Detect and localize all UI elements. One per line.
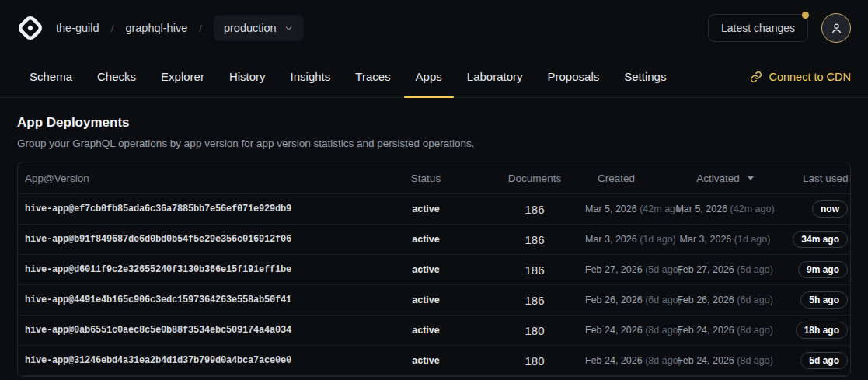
last-used-cell: 5d ago: [803, 352, 850, 369]
table-row[interactable]: hive-app@d6011f9c2e32655240f3130b366e15f…: [18, 255, 850, 285]
hive-logo[interactable]: [17, 15, 44, 41]
breadcrumb: the-guild / graphql-hive / production: [56, 15, 304, 41]
status-cell: active: [368, 204, 484, 214]
last-used-cell: now: [803, 200, 850, 218]
documents-cell: 186: [484, 294, 585, 307]
latest-changes-label: Latest changes: [721, 22, 795, 34]
tab-laboratory[interactable]: Laboratory: [455, 56, 535, 97]
tab-traces[interactable]: Traces: [343, 56, 403, 97]
column-header-activated[interactable]: Activated: [647, 173, 803, 184]
created-cell: Feb 27, 2026 (5d ago): [585, 264, 647, 275]
notification-dot: [802, 12, 809, 19]
target-selector-label: production: [224, 22, 277, 34]
created-date: Mar 5, 2026: [585, 204, 637, 214]
last-used-badge: 34m ago: [793, 231, 848, 248]
app-version-cell: hive-app@ef7cb0fb85ada6c36a7885bb7e56ef0…: [18, 204, 368, 214]
page-subtitle: Group your GraphQL operations by app ver…: [17, 138, 851, 149]
last-used-cell: 18h ago: [803, 322, 850, 339]
link-icon: [750, 71, 762, 83]
activated-relative: (6d ago): [737, 295, 773, 305]
activated-relative: (5d ago): [737, 264, 773, 275]
activated-cell: Feb 24, 2026 (8d ago): [647, 355, 803, 366]
tab-apps[interactable]: Apps: [403, 56, 455, 97]
column-header-activated-label: Activated: [696, 173, 740, 184]
column-header-app-version: App@Version: [18, 173, 368, 184]
app-version-cell: hive-app@b91f849687de6d0bd0b54f5e29e356c…: [18, 234, 368, 245]
tab-explorer[interactable]: Explorer: [148, 56, 217, 97]
documents-cell: 186: [484, 233, 585, 246]
activated-date: Feb 26, 2026: [677, 295, 734, 305]
top-bar: the-guild / graphql-hive / production La…: [0, 0, 868, 56]
caret-down-icon: [748, 176, 754, 180]
activated-date: Feb 27, 2026: [677, 264, 734, 275]
tab-settings[interactable]: Settings: [612, 56, 678, 97]
table-row[interactable]: hive-app@0ab6551c0aec8c5e0b88f3534ebc509…: [18, 316, 850, 346]
activated-relative: (8d ago): [737, 325, 773, 336]
created-date: Feb 24, 2026: [585, 325, 643, 336]
activated-date: Mar 5, 2026: [675, 204, 727, 214]
activated-cell: Feb 24, 2026 (8d ago): [647, 325, 803, 336]
activated-cell: Feb 27, 2026 (5d ago): [647, 264, 803, 275]
tab-insights[interactable]: Insights: [278, 56, 343, 97]
documents-cell: 186: [484, 203, 585, 216]
nav-tabs: SchemaChecksExplorerHistoryInsightsTrace…: [17, 56, 678, 97]
activated-date: Feb 24, 2026: [677, 325, 734, 336]
created-date: Feb 26, 2026: [585, 295, 643, 305]
activated-relative: (1d ago): [734, 234, 771, 245]
top-bar-right: Latest changes: [708, 13, 851, 43]
created-date: Feb 24, 2026: [585, 355, 643, 366]
breadcrumb-project[interactable]: graphql-hive: [125, 22, 187, 34]
user-avatar[interactable]: [821, 13, 851, 43]
connect-to-cdn-label: Connect to CDN: [769, 71, 851, 83]
activated-cell: Mar 5, 2026 (42m ago): [647, 204, 803, 214]
created-cell: Mar 3, 2026 (1d ago): [585, 234, 647, 245]
column-header-created: Created: [585, 173, 647, 184]
last-used-cell: 34m ago: [803, 231, 850, 248]
latest-changes-button[interactable]: Latest changes: [708, 14, 808, 42]
table-header-row: App@Version Status Documents Created Act…: [18, 162, 850, 194]
breadcrumb-separator: /: [199, 23, 202, 34]
last-used-badge: 9m ago: [798, 261, 848, 278]
table-body: hive-app@ef7cb0fb85ada6c36a7885bb7e56ef0…: [18, 194, 850, 376]
table-row[interactable]: hive-app@4491e4b165c906c3edc1597364263e5…: [18, 285, 850, 316]
tab-navigation: SchemaChecksExplorerHistoryInsightsTrace…: [0, 56, 868, 98]
breadcrumb-org[interactable]: the-guild: [56, 22, 99, 34]
tab-schema[interactable]: Schema: [17, 56, 85, 97]
created-cell: Feb 24, 2026 (8d ago): [585, 355, 647, 366]
documents-cell: 180: [484, 324, 585, 337]
status-cell: active: [368, 264, 484, 275]
last-used-badge: 5h ago: [800, 291, 848, 309]
status-cell: active: [368, 355, 484, 366]
tab-proposals[interactable]: Proposals: [535, 56, 612, 97]
activated-relative: (8d ago): [737, 355, 773, 366]
activated-cell: Mar 3, 2026 (1d ago): [647, 234, 803, 245]
created-cell: Feb 26, 2026 (6d ago): [585, 295, 647, 305]
app-deployments-table: App@Version Status Documents Created Act…: [17, 162, 851, 377]
created-cell: Feb 24, 2026 (8d ago): [585, 325, 647, 336]
activated-relative: (42m ago): [730, 204, 775, 214]
last-used-badge: 18h ago: [796, 322, 848, 339]
status-cell: active: [368, 234, 484, 245]
status-cell: active: [368, 295, 484, 305]
documents-cell: 186: [484, 263, 585, 277]
main-content: App Deployments Group your GraphQL opera…: [0, 115, 868, 377]
chevron-down-icon: [284, 23, 294, 33]
last-used-cell: 9m ago: [803, 261, 850, 278]
breadcrumb-separator: /: [111, 23, 114, 34]
table-row[interactable]: hive-app@b91f849687de6d0bd0b54f5e29e356c…: [18, 225, 850, 255]
app-version-cell: hive-app@4491e4b165c906c3edc1597364263e5…: [18, 295, 368, 305]
app-version-cell: hive-app@0ab6551c0aec8c5e0b88f3534ebc509…: [18, 325, 368, 336]
column-header-documents: Documents: [484, 173, 585, 184]
target-selector[interactable]: production: [214, 15, 304, 41]
app-version-cell: hive-app@d6011f9c2e32655240f3130b366e15f…: [18, 264, 368, 275]
activated-date: Feb 24, 2026: [677, 355, 734, 366]
connect-to-cdn-link[interactable]: Connect to CDN: [750, 56, 851, 97]
tab-checks[interactable]: Checks: [85, 56, 148, 97]
table-row[interactable]: hive-app@31246ebd4a31ea2b4d1d37b799d0a4b…: [18, 346, 850, 376]
activated-date: Mar 3, 2026: [680, 234, 732, 245]
tab-history[interactable]: History: [217, 56, 278, 97]
table-row[interactable]: hive-app@ef7cb0fb85ada6c36a7885bb7e56ef0…: [18, 194, 850, 225]
created-date: Mar 3, 2026: [585, 234, 637, 245]
app-version-cell: hive-app@31246ebd4a31ea2b4d1d37b799d0a4b…: [18, 355, 368, 366]
column-header-last-used: Last used: [803, 173, 850, 184]
